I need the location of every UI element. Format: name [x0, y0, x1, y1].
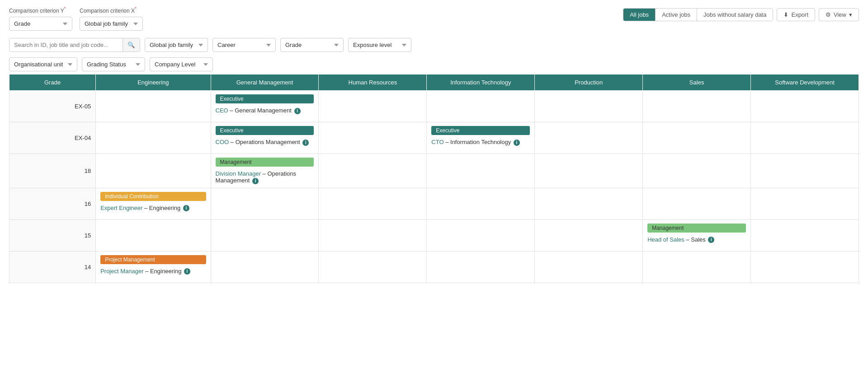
col-header-production: Production — [535, 75, 643, 91]
job-badge: Executive — [216, 126, 314, 135]
dept-cell-production — [535, 251, 643, 283]
criterion-y-select[interactable]: Grade — [9, 17, 72, 31]
filter-company-level[interactable]: Company Level — [150, 57, 213, 71]
dept-cell-sales — [643, 122, 751, 154]
dept-cell-general-management: ExecutiveCEO – General Management i — [211, 91, 319, 122]
info-icon[interactable]: i — [514, 140, 520, 146]
info-icon[interactable]: i — [294, 108, 301, 114]
dept-cell-engineering — [96, 91, 211, 122]
table-row: EX-05ExecutiveCEO – General Management i — [9, 91, 859, 122]
dept-cell-information-technology — [427, 219, 535, 251]
job-title-link[interactable]: CTO — [431, 139, 443, 145]
job-entry: Expert Engineer – Engineering i — [100, 205, 206, 212]
filter-org-unit[interactable]: Organisational unit — [9, 57, 77, 71]
dept-cell-general-management — [211, 219, 319, 251]
view-button[interactable]: ⚙ View ▾ — [819, 8, 859, 21]
dept-cell-engineering — [96, 219, 211, 251]
cell-content: ManagementHead of Sales – Sales i — [647, 224, 746, 243]
search-wrapper: 🔍 — [9, 38, 140, 52]
job-badge: Executive — [216, 94, 314, 103]
info-icon[interactable]: i — [252, 178, 259, 184]
dept-cell-production — [535, 91, 643, 122]
dept-cell-general-management: ExecutiveCOO – Operations Management i — [211, 122, 319, 154]
dept-cell-production — [535, 188, 643, 219]
job-badge: Individual Contribution — [100, 192, 206, 201]
table-row: EX-04ExecutiveCOO – Operations Managemen… — [9, 122, 859, 154]
dept-cell-software-development — [751, 154, 859, 188]
dept-cell-software-development — [751, 91, 859, 122]
search-button[interactable]: 🔍 — [123, 38, 140, 51]
main-table-container: GradeEngineeringGeneral ManagementHuman … — [0, 74, 868, 283]
dept-cell-information-technology — [427, 91, 535, 122]
col-header-information-technology: Information Technology — [427, 75, 535, 91]
dept-cell-sales — [643, 154, 751, 188]
job-entry: Project Manager – Engineering i — [100, 268, 206, 275]
criterion-x-label: Comparison criterion X* — [80, 6, 143, 14]
dept-cell-sales — [643, 91, 751, 122]
active-jobs-button[interactable]: Active jobs — [656, 9, 697, 21]
filters-row-2: Organisational unit Grading Status Compa… — [0, 55, 868, 74]
filter-grade[interactable]: Grade — [280, 38, 344, 52]
dept-cell-software-development — [751, 251, 859, 283]
job-title-link[interactable]: COO — [216, 139, 229, 145]
cell-content: Individual ContributionExpert Engineer –… — [100, 192, 206, 212]
job-entry: COO – Operations Management i — [216, 139, 314, 146]
cell-content: ExecutiveCTO – Information Technology i — [431, 126, 530, 146]
dept-cell-general-management — [211, 188, 319, 219]
job-title-link[interactable]: Division Manager — [216, 170, 261, 177]
job-badge: Project Management — [100, 255, 206, 264]
job-badge: Management — [647, 224, 746, 233]
dept-cell-production — [535, 154, 643, 188]
export-button[interactable]: ⬇ Export — [777, 8, 815, 21]
grade-cell: EX-04 — [9, 122, 96, 154]
filter-career[interactable]: Career — [212, 38, 276, 52]
no-salary-button[interactable]: Jobs without salary data — [697, 9, 773, 21]
chevron-down-icon: ▾ — [849, 11, 852, 18]
filter-grading-status[interactable]: Grading Status — [82, 57, 145, 71]
info-icon[interactable]: i — [184, 268, 190, 275]
info-icon[interactable]: i — [183, 205, 189, 211]
job-entry: Division Manager – Operations Management… — [216, 170, 314, 184]
dept-cell-general-management: ManagementDivision Manager – Operations … — [211, 154, 319, 188]
comparison-table: GradeEngineeringGeneral ManagementHuman … — [9, 74, 859, 283]
dept-cell-information-technology: ExecutiveCTO – Information Technology i — [427, 122, 535, 154]
col-header-grade: Grade — [9, 75, 96, 91]
job-title-link[interactable]: CEO — [216, 107, 228, 114]
job-title-link[interactable]: Project Manager — [100, 268, 143, 275]
cell-content: ExecutiveCOO – Operations Management i — [216, 126, 314, 146]
dept-cell-human-resources — [319, 122, 427, 154]
dept-cell-software-development — [751, 122, 859, 154]
cell-content: ManagementDivision Manager – Operations … — [216, 158, 314, 184]
job-title-link[interactable]: Expert Engineer — [100, 205, 142, 211]
info-icon[interactable]: i — [708, 237, 714, 243]
gear-icon: ⚙ — [826, 11, 831, 18]
grade-cell: 18 — [9, 154, 96, 188]
search-input[interactable] — [9, 38, 123, 51]
cell-content: Project ManagementProject Manager – Engi… — [100, 255, 206, 275]
dept-cell-general-management — [211, 251, 319, 283]
job-title-link[interactable]: Head of Sales — [647, 236, 684, 243]
dept-cell-sales — [643, 251, 751, 283]
dept-cell-information-technology — [427, 188, 535, 219]
grade-cell: EX-05 — [9, 91, 96, 122]
table-row: 18ManagementDivision Manager – Operation… — [9, 154, 859, 188]
filter-exposure-level[interactable]: Exposure level — [348, 38, 411, 52]
info-icon[interactable]: i — [302, 140, 309, 146]
dept-cell-software-development — [751, 219, 859, 251]
grade-cell: 14 — [9, 251, 96, 283]
job-entry: CEO – General Management i — [216, 107, 314, 114]
dept-cell-human-resources — [319, 154, 427, 188]
dept-cell-production — [535, 122, 643, 154]
job-entry: Head of Sales – Sales i — [647, 236, 746, 243]
criterion-y-label: Comparison criterion Y* — [9, 6, 72, 14]
col-header-sales: Sales — [643, 75, 751, 91]
dept-cell-sales: ManagementHead of Sales – Sales i — [643, 219, 751, 251]
all-jobs-button[interactable]: All jobs — [623, 9, 656, 21]
job-filter-group: All jobs Active jobs Jobs without salary… — [623, 8, 773, 21]
criterion-x-select[interactable]: Global job family — [80, 17, 143, 31]
grade-cell: 16 — [9, 188, 96, 219]
filter-global-job-family[interactable]: Global job family — [145, 38, 208, 52]
dept-cell-information-technology — [427, 154, 535, 188]
dept-cell-human-resources — [319, 188, 427, 219]
filters-row: 🔍 Global job family Career Grade Exposur… — [0, 35, 868, 55]
